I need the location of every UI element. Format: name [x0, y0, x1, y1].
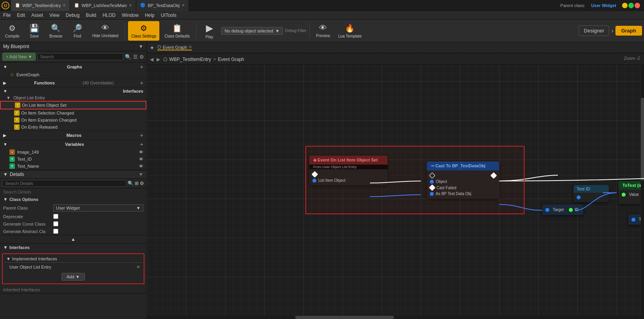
selection-box [305, 146, 525, 214]
menu-uitools[interactable]: UITools [158, 11, 180, 20]
view-options-button[interactable]: ☰ [133, 54, 138, 60]
interfaces-details-header[interactable]: ▼ Interfaces [0, 244, 146, 251]
to-text-int-node: ToText (integer) Value Return Value ▼ [619, 181, 644, 204]
horizontal-scrollbar[interactable] [147, 316, 641, 319]
triangle-icon: ▼ [3, 245, 8, 250]
parent-class-label: Parent class: [560, 3, 585, 8]
to-text-int-pins: Value Return Value [619, 192, 644, 197]
triangle-icon: ▼ [3, 172, 8, 177]
event-graph-item[interactable]: ⬡ EventGraph [0, 71, 146, 78]
browse-button[interactable]: 🔍 Browse [46, 21, 66, 41]
on-item-selection-changed-item[interactable]: f On Item Selection Changed [0, 109, 146, 116]
deprecate-checkbox[interactable] [53, 214, 58, 219]
generate-const-checkbox[interactable] [53, 221, 58, 226]
blueprint-search-input[interactable] [37, 53, 123, 60]
functions-section-header[interactable]: ▶ Functions (40 Overridable) + [0, 79, 146, 87]
bookmark-icon[interactable]: ★ [150, 45, 154, 50]
add-interface-button[interactable]: Add ▼ [61, 273, 85, 281]
interfaces-section-header[interactable]: ▼ Interfaces [0, 88, 146, 95]
target-id-node: Target ID [542, 204, 583, 215]
parent-class-selector[interactable]: User Widget ▼ [53, 204, 143, 211]
menu-debug[interactable]: Debug [63, 11, 83, 20]
menubar: File Edit Asset View Debug Build HLOD Wi… [0, 11, 644, 20]
text-name-variable[interactable]: T Text_Name 👁 [0, 163, 146, 170]
add-function-button[interactable]: + [140, 80, 143, 86]
tab-bp-testdataobj[interactable]: 🔵 BP_TestDataObj ✕ [136, 0, 189, 11]
my-blueprint-header: My Blueprint ▼ [0, 42, 146, 51]
triangle-icon: ▼ [3, 89, 7, 93]
play-button[interactable]: ▶ Play [200, 21, 219, 41]
menu-help[interactable]: Help [142, 11, 158, 20]
on-list-item-object-set-item[interactable]: f On List Item Object Set [0, 101, 146, 109]
tab-close-2[interactable]: ✕ [182, 3, 185, 7]
window-controls [622, 3, 640, 8]
add-new-button[interactable]: + Add New ▼ [2, 53, 36, 61]
horizontal-scrollbar-thumb[interactable] [295, 316, 394, 319]
save-button[interactable]: 💾 Save [25, 21, 44, 41]
chevron-down-icon: ▼ [76, 274, 80, 279]
menu-hlod[interactable]: HLOD [99, 11, 119, 20]
find-button[interactable]: 🔎 Find [68, 21, 87, 41]
menu-file[interactable]: File [0, 11, 14, 20]
lua-template-button[interactable]: 🔥 Lua Template [335, 21, 365, 41]
text-id-variable[interactable]: T Text_ID 👁 [0, 156, 146, 163]
image-variable-icon: I [9, 149, 15, 155]
collapse-arrow[interactable]: ▲ [0, 235, 146, 244]
implemented-interfaces-box: ▼ Implemented Interfaces User Object Lis… [2, 253, 144, 284]
details-search-input[interactable] [2, 180, 126, 187]
compile-button[interactable]: ⚙ Compile [2, 21, 23, 41]
vertical-scrollbar-thumb[interactable] [641, 98, 644, 181]
menu-view[interactable]: View [46, 11, 63, 20]
generate-const-row: Generate Const Class [0, 220, 146, 228]
play-icon: ▶ [206, 23, 213, 34]
vertical-scrollbar[interactable] [641, 42, 644, 319]
debug-filter-dropdown[interactable]: No debug object selected ▼ [221, 27, 283, 35]
variables-section-header[interactable]: ▼ Variables + [0, 140, 146, 149]
add-graph-button[interactable]: + [140, 64, 143, 70]
tab-wbp-testitementry[interactable]: 📋 WBP_TestItemEntry ✕ [11, 0, 70, 11]
generate-abstract-checkbox[interactable] [53, 229, 58, 234]
eye-icon: 👁 [139, 157, 143, 161]
class-defaults-button[interactable]: 📋 Class Defaults [161, 21, 193, 41]
remove-interface-button[interactable]: ✕ [136, 264, 140, 270]
class-settings-icon: ⚙ [140, 23, 147, 33]
graphs-section-header[interactable]: ▼ Graphs + [0, 63, 146, 71]
tab-wbp-listviewtestmain[interactable]: 📋 WBP_ListViewTestMain ✕ [70, 0, 136, 11]
on-item-expansion-changed-item[interactable]: f On Item Expansion Changed [0, 116, 146, 124]
tab-close-icon[interactable]: ✕ [189, 45, 192, 49]
settings-button[interactable]: ⚙ [139, 54, 144, 60]
app-logo: U [0, 0, 11, 11]
close-button[interactable] [635, 3, 640, 8]
back-icon[interactable]: ◀ [150, 57, 153, 62]
tab-close-0[interactable]: ✕ [63, 3, 66, 7]
add-variable-button[interactable]: + [140, 141, 143, 147]
hide-unrelated-button[interactable]: 👁 Hide Unrelated [89, 21, 122, 41]
image-149-variable[interactable]: I Image_149 👁 [0, 149, 146, 156]
macros-section-header[interactable]: ▶ Macros + [0, 131, 146, 140]
canvas-header: ★ ⬡ Event Graph ✕ [147, 42, 644, 53]
menu-edit[interactable]: Edit [14, 11, 28, 20]
graph-button[interactable]: Graph [615, 26, 642, 36]
designer-button[interactable]: Designer [579, 25, 609, 36]
chevron-down-icon: ▼ [28, 54, 32, 59]
class-options-header[interactable]: ▼ Class Options [0, 195, 146, 203]
on-entry-released-item[interactable]: f On Entry Released [0, 124, 146, 131]
preview-button[interactable]: 👁 Preview [313, 21, 333, 41]
minimize-button[interactable] [622, 3, 628, 8]
maximize-button[interactable] [628, 3, 634, 8]
function-icon: f [14, 110, 20, 116]
add-macro-button[interactable]: + [140, 132, 143, 138]
search-button[interactable]: 🔍 [125, 54, 132, 60]
expand-arrow[interactable]: ▼ [619, 197, 644, 202]
forward-icon[interactable]: ▶ [157, 57, 160, 62]
class-settings-button[interactable]: ⚙ Class Settings [128, 21, 159, 41]
event-graph-tab[interactable]: ⬡ Event Graph ✕ [157, 45, 192, 50]
collapse-icon: ▼ [139, 44, 143, 49]
blue-pin-dot [577, 195, 581, 199]
titlebar: U 📋 WBP_TestItemEntry ✕ 📋 WBP_ListViewTe… [0, 0, 644, 11]
menu-asset[interactable]: Asset [28, 11, 46, 20]
eye-icon: 👁 [139, 164, 143, 168]
tab-close-1[interactable]: ✕ [129, 3, 132, 7]
menu-window[interactable]: Window [119, 11, 142, 20]
menu-build[interactable]: Build [83, 11, 99, 20]
